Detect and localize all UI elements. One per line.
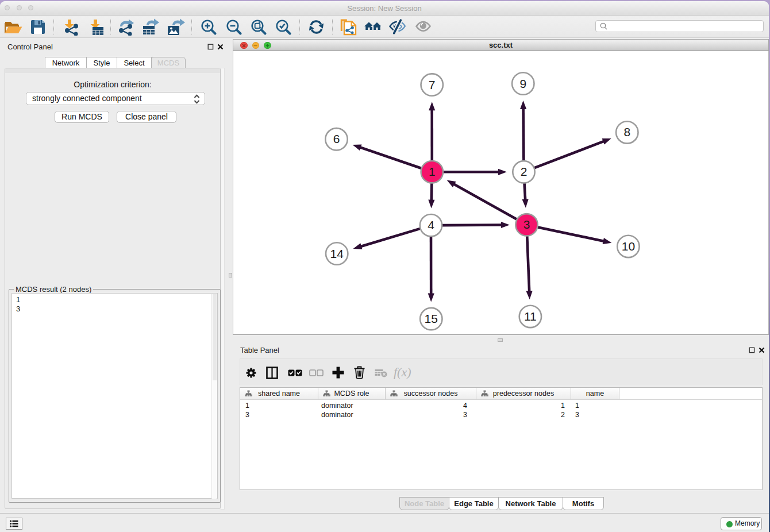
svg-text:3: 3 xyxy=(523,218,530,231)
svg-text:2: 2 xyxy=(521,165,528,178)
svg-text:10: 10 xyxy=(622,240,635,253)
svg-text:9: 9 xyxy=(519,77,526,90)
svg-text:6: 6 xyxy=(333,132,340,145)
svg-text:11: 11 xyxy=(524,310,537,323)
svg-text:7: 7 xyxy=(429,78,436,91)
svg-text:1: 1 xyxy=(429,165,436,178)
svg-text:8: 8 xyxy=(623,125,630,138)
svg-text:14: 14 xyxy=(330,247,344,260)
svg-text:15: 15 xyxy=(425,312,438,325)
svg-text:4: 4 xyxy=(428,218,434,232)
